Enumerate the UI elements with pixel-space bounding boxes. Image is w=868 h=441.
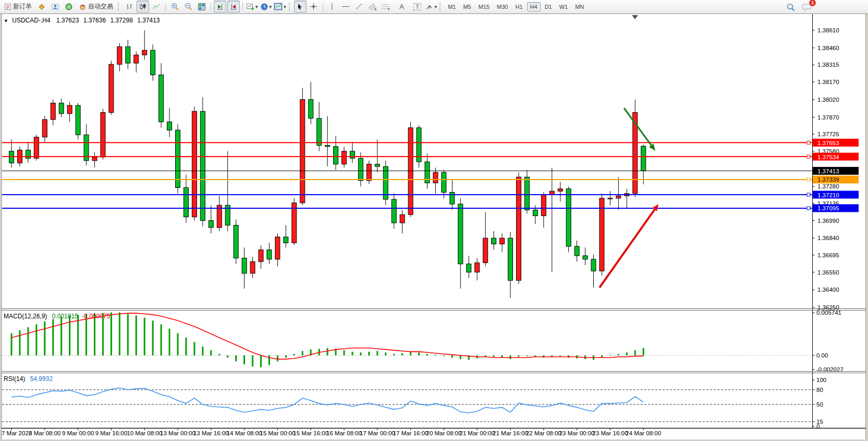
toolbar-separator [323, 2, 323, 11]
svg-text:1.37870: 1.37870 [817, 114, 839, 121]
signals-button[interactable] [63, 1, 75, 13]
fibonacci-button[interactable]: F [380, 1, 393, 13]
svg-text:50: 50 [816, 401, 823, 408]
new-order-icon [4, 3, 11, 10]
chart-canvas: 1.386101.384601.383151.381701.380201.378… [0, 0, 868, 441]
svg-text:15 Mar 00:00: 15 Mar 00:00 [260, 430, 296, 436]
template-icon [274, 3, 283, 10]
vertical-line-icon [329, 3, 335, 10]
text-icon: A [399, 3, 404, 10]
candlestick-icon [139, 3, 147, 11]
toolbar-separator [242, 2, 243, 11]
dropdown-caret: ▾ [435, 4, 437, 9]
svg-text:24 Mar 08:00: 24 Mar 08:00 [626, 430, 661, 436]
timeframe-D1[interactable]: D1 [542, 2, 555, 11]
bar-chart-button[interactable] [123, 1, 136, 13]
svg-text:10 Mar 08:00: 10 Mar 08:00 [127, 430, 162, 436]
line-chart-button[interactable] [150, 1, 163, 13]
ohlc-bars-icon [125, 3, 133, 11]
arrows-objects-icon [425, 3, 434, 10]
line-anchor[interactable] [807, 193, 810, 196]
line-anchor[interactable] [807, 155, 810, 158]
zoom-in-icon [170, 2, 179, 11]
trendline-button[interactable] [353, 1, 365, 13]
timeframe-M1[interactable]: M1 [445, 2, 459, 11]
search-button[interactable] [785, 1, 797, 13]
clock-icon [260, 3, 268, 11]
line-anchor[interactable] [807, 178, 810, 181]
search-icon [786, 3, 796, 12]
tile-windows-button[interactable] [195, 1, 208, 13]
templates-button[interactable]: ▾ [273, 1, 287, 13]
equidistant-channel-button[interactable]: E [366, 1, 379, 13]
svg-text:1.38020: 1.38020 [817, 97, 839, 103]
svg-text:20 Mar 08:00: 20 Mar 08:00 [426, 430, 462, 436]
svg-text:9 Mar 00:00: 9 Mar 00:00 [62, 430, 94, 436]
cursor-arrow-icon [296, 3, 304, 10]
svg-text:14 Mar 08:00: 14 Mar 08:00 [227, 430, 262, 436]
new-chart-button[interactable]: ▾ [246, 1, 259, 13]
cursor-button[interactable] [294, 1, 307, 13]
autotrading-label: 自动交易 [88, 2, 113, 11]
svg-text:23 Mar 16:00: 23 Mar 16:00 [593, 430, 628, 436]
periods-button[interactable]: ▾ [260, 1, 273, 13]
new-order-button[interactable]: 新订单 [2, 1, 34, 13]
text-label-button[interactable]: T [411, 1, 424, 13]
svg-text:1.38170: 1.38170 [817, 79, 839, 85]
timeframe-M15[interactable]: M15 [475, 2, 493, 11]
notifications-button[interactable]: 1 [801, 1, 813, 13]
line-anchor[interactable] [807, 141, 810, 144]
tile-windows-icon [198, 3, 206, 11]
vertical-line-button[interactable] [326, 1, 338, 13]
arrows-objects-button[interactable]: ▾ [425, 1, 438, 13]
toolbar-grip [118, 3, 121, 11]
svg-text:16 Mar 08:00: 16 Mar 08:00 [326, 430, 362, 436]
chart-shift-button[interactable] [227, 1, 240, 13]
trendline-icon [355, 3, 363, 10]
svg-text:1.38315: 1.38315 [817, 62, 839, 68]
mt4-window: 新订单 自动交易 [0, 0, 868, 441]
zoom-in-button[interactable] [168, 1, 181, 13]
candlestick-chart-button[interactable] [137, 1, 149, 13]
crosshair-icon [310, 3, 317, 10]
market-watch-button[interactable] [35, 1, 48, 13]
svg-text:100: 100 [816, 377, 826, 383]
new-chart-icon [246, 3, 254, 11]
svg-text:1.36695: 1.36695 [817, 252, 839, 258]
toolbar-right-group: 1 [784, 1, 814, 13]
zoom-out-button[interactable] [182, 1, 194, 13]
timeframe-H1[interactable]: H1 [512, 2, 526, 11]
chart-shift-icon [229, 3, 238, 11]
person-icon [51, 3, 59, 11]
auto-scroll-button[interactable] [214, 1, 226, 13]
price-label-text: 1.37413 [817, 168, 839, 174]
svg-text:1.37725: 1.37725 [817, 131, 839, 137]
timeframe-W1[interactable]: W1 [556, 2, 571, 11]
timeframe-MN[interactable]: MN [572, 2, 587, 11]
svg-text:17 Mar 00:00: 17 Mar 00:00 [360, 430, 395, 436]
autotrading-button[interactable]: 自动交易 [76, 1, 116, 13]
toolbar-separator [211, 2, 211, 11]
timeframe-toolbar: M1M5M15M30H1H4D1W1MN [444, 2, 588, 11]
auto-scroll-icon [216, 3, 224, 11]
svg-text:-0.002027: -0.002027 [816, 366, 843, 373]
line-anchor[interactable] [807, 207, 810, 210]
new-order-label: 新订单 [13, 2, 32, 11]
horizontal-line-button[interactable] [339, 1, 352, 13]
price-label-text: 1.37653 [817, 140, 839, 146]
navigator-button[interactable] [49, 1, 62, 13]
timeframe-M5[interactable]: M5 [460, 2, 474, 11]
timeframe-M30[interactable]: M30 [494, 2, 511, 11]
toolbar-grip [439, 3, 443, 11]
fibo-letter: F [388, 7, 390, 11]
autotrading-icon [79, 3, 87, 10]
svg-text:17 Mar 16:00: 17 Mar 16:00 [393, 430, 429, 436]
svg-text:13 Mar 16:00: 13 Mar 16:00 [193, 430, 229, 436]
svg-text:22 Mar 08:00: 22 Mar 08:00 [526, 430, 561, 436]
timeframe-H4[interactable]: H4 [527, 2, 541, 11]
svg-text:1.36550: 1.36550 [817, 269, 839, 276]
crosshair-button[interactable] [308, 1, 320, 13]
price-label-text: 1.37339 [817, 176, 839, 183]
text-label-icon: T [413, 3, 421, 10]
text-button[interactable]: A [394, 1, 410, 13]
